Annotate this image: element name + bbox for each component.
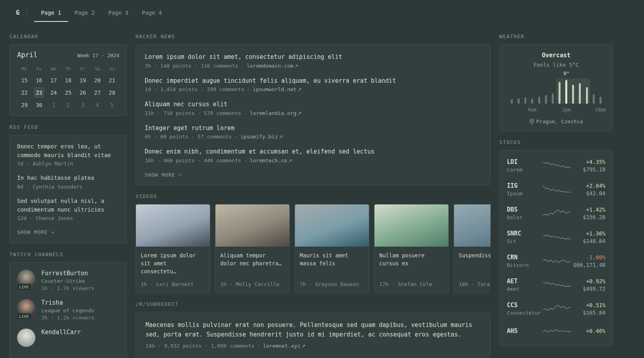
hn-item-domain: ipsumify.biz <box>241 134 278 140</box>
video-thumbnail[interactable] <box>454 204 491 247</box>
hn-item-title[interactable]: Donec enim nibh, condimentum et accumsan… <box>145 147 481 156</box>
stock-name: Sit <box>507 238 542 244</box>
hn-item-title[interactable]: Aliquam nec cursus elit <box>145 100 481 109</box>
stock-sparkline <box>542 231 572 243</box>
rss-item-title[interactable]: Sed volutpat nulla nisl, a condimentum n… <box>17 197 119 214</box>
hn-item-domain-link[interactable]: loremtech.co↗ <box>250 158 292 163</box>
subreddit-post-meta: 19h · 9,932 points · 1,090 comments · lo… <box>145 343 481 349</box>
hn-item-meta: 3h · 148 points · 116 comments · loremdo… <box>145 63 481 69</box>
video-thumbnail[interactable] <box>374 204 448 247</box>
stock-row[interactable]: AET Amet +0.92% $499.72 <box>507 273 605 297</box>
video-title[interactable]: Lorem ipsum dolor sit amet consectetu… <box>141 251 205 276</box>
hn-item: Donec imperdiet augue tincidunt felis al… <box>145 76 481 93</box>
stock-row[interactable]: LDI Lorem +4.35% $795.18 <box>507 154 605 177</box>
video-card[interactable]: Lorem ipsum dolor sit amet consectetu… 1… <box>136 204 210 293</box>
video-thumbnail[interactable] <box>136 204 210 247</box>
stock-sparkline <box>542 255 572 267</box>
stock-change: -1.00% <box>572 254 605 261</box>
app-logo[interactable]: G <box>16 9 19 16</box>
twitch-channel-name[interactable]: ForrestBurton <box>41 270 94 277</box>
rss-show-more-button[interactable]: SHOW MORE <box>17 228 53 236</box>
nav-tab[interactable]: Page 4 <box>135 4 169 22</box>
stock-id: LDI Lorem <box>507 158 542 173</box>
hn-item-domain-link[interactable]: ipsumify.biz↗ <box>241 134 283 140</box>
video-card[interactable]: Suspendisse diam 18h · Tara <box>454 204 491 293</box>
subreddit-post-domain-link[interactable]: loremnet.xyz↗ <box>263 343 306 349</box>
stock-values: +0.92% $499.72 <box>572 278 605 292</box>
calendar-widget: CALENDAR April Week 17 · 2024 Mo Tu We T… <box>10 33 127 116</box>
stock-sparkline <box>542 303 572 315</box>
hackernews-show-more-button[interactable]: SHOW MORE <box>145 171 181 179</box>
hn-item-title[interactable]: Lorem ipsum dolor sit amet, consectetur … <box>145 53 481 62</box>
twitch-channel-row[interactable]: KendallCarr <box>17 329 119 347</box>
twitch-channel-viewers: 1h · 1.7k viewers <box>41 285 94 291</box>
twitch-channel-name[interactable]: KendallCarr <box>41 329 81 336</box>
stock-row[interactable]: DBS Dolor +1.42% $156.28 <box>507 201 605 225</box>
stock-symbol: CCS <box>507 302 542 309</box>
twitch-channel-name[interactable]: Trisha <box>41 299 94 306</box>
nav-tab[interactable]: Page 1 <box>34 4 68 22</box>
nav-divider <box>27 8 27 17</box>
twitch-channel-info: Trisha League of Legends 3h · 1.2k viewe… <box>41 299 94 321</box>
stock-id: IIG Ipsum <box>507 182 542 197</box>
stock-id: AET Amet <box>507 278 542 292</box>
hn-item: Aliquam nec cursus elit 21h · 710 points… <box>145 100 481 116</box>
hn-item-domain: ipsumworld.net <box>253 86 297 92</box>
stock-row[interactable]: CRN Bitcorn -1.00% $66,171.48 <box>507 249 605 273</box>
weather-hour-bar <box>597 78 604 104</box>
hn-item-title[interactable]: Integer eget rutrum lorem <box>145 124 481 133</box>
stock-row[interactable]: AHS +0.46% <box>507 321 605 342</box>
stock-name: Consectetur <box>507 310 542 316</box>
hn-item-domain-link[interactable]: loremdomain.com↗ <box>246 63 298 69</box>
hn-item-stats: 3h · 148 points · 116 comments · <box>145 63 244 69</box>
twitch-widget: TWITCH CHANNELS LIVE ForrestBurton Count… <box>10 251 127 358</box>
external-link-icon: ↗ <box>288 158 292 163</box>
twitch-channel-category[interactable]: Counter-Strike <box>41 278 94 284</box>
calendar-day: 3 <box>76 99 90 111</box>
external-link-icon: ↗ <box>295 63 299 69</box>
stock-values: +1.42% $156.28 <box>572 206 605 220</box>
stock-row[interactable]: CCS Consectetur +0.51% $165.84 <box>507 297 605 321</box>
rss-item-title[interactable]: In hac habitasse platea <box>17 174 119 183</box>
video-thumbnail[interactable] <box>295 204 369 247</box>
hn-item: Lorem ipsum dolor sit amet, consectetur … <box>145 53 481 69</box>
subreddit-post-title[interactable]: Maecenas mollis pulvinar erat non posuer… <box>145 320 481 340</box>
video-thumbnail[interactable] <box>215 204 289 247</box>
stock-values: +1.36% $148.64 <box>572 230 605 244</box>
nav-tab[interactable]: Page 3 <box>101 4 135 22</box>
twitch-channel-row[interactable]: LIVE ForrestBurton Counter-Strike 1h · 1… <box>17 270 119 291</box>
external-link-icon: ↗ <box>279 134 283 140</box>
calendar-card: April Week 17 · 2024 Mo Tu We Th Fr <box>10 44 127 116</box>
subreddit-widget: /R/SUBREDDIT Maecenas mollis pulvinar er… <box>136 301 491 358</box>
hn-item-domain-link[interactable]: ipsumworld.net↗ <box>253 86 302 92</box>
twitch-channel-category[interactable]: League of Legends <box>41 307 94 313</box>
weather-hour-label: 6am <box>528 107 537 113</box>
stock-symbol: CRN <box>507 254 542 261</box>
rss-item: Sed volutpat nulla nisl, a condimentum n… <box>17 197 119 221</box>
hn-item-domain-link[interactable]: loremlandia.org↗ <box>250 110 301 116</box>
rss-item-title[interactable]: Donec tempor eros leo, ut commodo mauris… <box>17 142 119 160</box>
sparkline-chart-icon <box>542 279 572 291</box>
stock-row[interactable]: SNRC Sit +1.36% $148.64 <box>507 225 605 249</box>
calendar-heading: CALENDAR <box>10 33 127 39</box>
twitch-channel-row[interactable]: LIVE Trisha League of Legends 3h · 1.2k … <box>17 299 119 321</box>
hn-item-title[interactable]: Donec imperdiet augue tincidunt felis al… <box>145 76 481 86</box>
calendar-day: 2 <box>61 99 76 111</box>
weather-peak-temp: 9° <box>563 70 570 76</box>
video-title[interactable]: Mauris sit amet massa felis <box>300 251 364 268</box>
video-title[interactable]: Suspendisse diam <box>459 251 491 259</box>
stock-row[interactable]: IIG Ipsum +2.84% $42.04 <box>507 177 605 201</box>
calendar-weekday-label: We <box>46 64 61 74</box>
calendar-weekday-label: Su <box>105 64 119 74</box>
video-card[interactable]: Nullam posuere cursus ex 17h · Stefan Co… <box>374 204 449 293</box>
hackernews-widget: HACKER NEWS Lorem ipsum dolor sit amet, … <box>136 33 491 185</box>
twitch-channel-viewers: 3h · 1.2k viewers <box>41 315 94 321</box>
hn-item-meta: 1d · 1,414 points · 299 comments · ipsum… <box>145 86 481 92</box>
nav-tab[interactable]: Page 2 <box>68 4 102 22</box>
video-card[interactable]: Mauris sit amet massa felis 7h · Grayson… <box>295 204 369 293</box>
video-title[interactable]: Aliquam tempor dolor nec pharetra… <box>220 251 285 268</box>
stock-symbol: AHS <box>507 327 542 335</box>
calendar-day: 30 <box>32 99 47 111</box>
video-card[interactable]: Aliquam tempor dolor nec pharetra… 1h · … <box>215 204 290 293</box>
video-title[interactable]: Nullam posuere cursus ex <box>379 251 444 268</box>
